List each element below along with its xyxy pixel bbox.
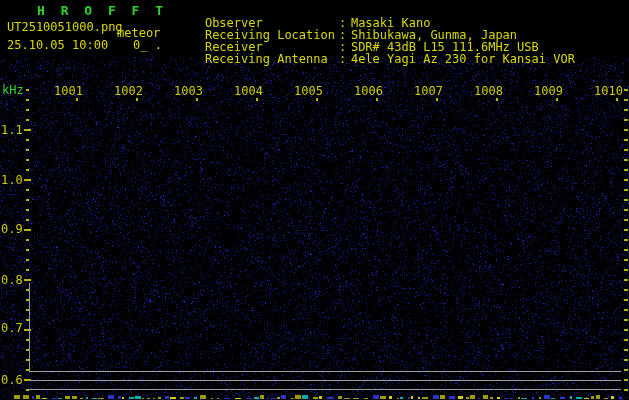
y-axis-tick-right bbox=[624, 259, 628, 261]
y-axis-tick-right bbox=[624, 339, 628, 341]
y-axis-tick-left bbox=[24, 229, 31, 231]
y-axis-tick-right bbox=[624, 299, 628, 301]
y-axis-tick-left bbox=[26, 139, 29, 141]
counter-label: 0_ . bbox=[133, 39, 162, 52]
y-axis-tick-right bbox=[624, 169, 628, 171]
y-axis-tick-left bbox=[26, 109, 29, 111]
datetime-label: 25.10.05 10:00 bbox=[7, 39, 108, 52]
y-axis-tick-right bbox=[624, 209, 628, 211]
y-axis-tick-right bbox=[624, 139, 628, 141]
y-axis-tick-right bbox=[624, 369, 628, 371]
x-axis-label: 1003 bbox=[174, 84, 203, 98]
x-axis-tick bbox=[496, 98, 498, 101]
y-axis-tick-right bbox=[624, 159, 628, 161]
app-title: H R O F F T bbox=[37, 3, 167, 18]
y-axis-tick-right bbox=[624, 379, 628, 381]
y-axis-label: 0.7 bbox=[1, 321, 23, 335]
y-axis-tick-right bbox=[624, 99, 628, 101]
signal-graph-baseline bbox=[29, 380, 621, 381]
y-axis-tick-right bbox=[624, 149, 628, 151]
y-axis-tick-left bbox=[26, 189, 29, 191]
y-axis-tick-left bbox=[26, 99, 29, 101]
x-axis-tick bbox=[196, 98, 198, 101]
signal-graph-top-line bbox=[29, 371, 621, 372]
y-axis-tick-right bbox=[624, 129, 628, 131]
info-label: Receiving Antenna bbox=[205, 53, 339, 66]
y-axis-label: 1.0 bbox=[1, 173, 23, 187]
y-axis-tick-right bbox=[624, 219, 628, 221]
y-axis-label: 0.6 bbox=[1, 373, 23, 387]
y-axis-tick-right bbox=[624, 359, 628, 361]
x-axis-label: 1007 bbox=[414, 84, 443, 98]
y-axis-tick-left bbox=[24, 179, 31, 181]
y-axis-label: 1.1 bbox=[1, 123, 23, 137]
x-axis-tick bbox=[136, 98, 138, 101]
x-axis-tick bbox=[376, 98, 378, 101]
y-axis-tick-left bbox=[24, 129, 31, 131]
y-axis-tick-right bbox=[624, 179, 628, 181]
info-colon: : bbox=[339, 53, 351, 66]
y-axis-tick-left bbox=[26, 219, 29, 221]
y-axis-tick-right bbox=[624, 89, 628, 91]
y-axis-tick-left bbox=[26, 209, 29, 211]
x-axis-tick bbox=[436, 98, 438, 101]
x-axis-label: 1009 bbox=[534, 84, 563, 98]
y-axis-tick-right bbox=[624, 349, 628, 351]
y-axis-tick-right bbox=[624, 239, 628, 241]
x-axis-label: 1004 bbox=[234, 84, 263, 98]
y-axis-tick-right bbox=[624, 309, 628, 311]
x-axis-label: 1010 bbox=[594, 84, 623, 98]
info-value: 4ele Yagi Az 230 for Kansai VOR bbox=[351, 53, 575, 66]
y-axis-tick-right bbox=[624, 319, 628, 321]
y-axis-tick-left bbox=[26, 149, 29, 151]
y-axis-label: 0.8 bbox=[1, 273, 23, 287]
y-axis-tick-right bbox=[624, 279, 628, 281]
y-axis-tick-right bbox=[624, 199, 628, 201]
y-axis-label: 0.9 bbox=[1, 222, 23, 236]
y-axis-tick-right bbox=[624, 329, 628, 331]
y-axis-tick-left bbox=[26, 269, 29, 271]
y-axis-tick-left bbox=[26, 249, 29, 251]
plot-left-border bbox=[29, 283, 30, 372]
y-axis-tick-right bbox=[624, 189, 628, 191]
x-axis-label: 1001 bbox=[54, 84, 83, 98]
hrofft-screen: H R O F F T UT2510051000.png meteor 25.1… bbox=[0, 0, 629, 400]
y-axis-tick-left bbox=[26, 159, 29, 161]
x-axis-tick bbox=[76, 98, 78, 101]
y-axis-unit: kHz bbox=[2, 83, 24, 97]
y-axis-tick-right bbox=[624, 249, 628, 251]
y-axis-tick-left bbox=[26, 169, 29, 171]
signal-graph-bottom-line bbox=[29, 389, 621, 390]
y-axis-tick-right bbox=[624, 289, 628, 291]
filename-label: UT2510051000.png bbox=[7, 21, 123, 34]
y-axis-tick-right bbox=[624, 109, 628, 111]
y-axis-tick-right bbox=[624, 269, 628, 271]
y-axis-tick-right bbox=[624, 229, 628, 231]
x-axis-label: 1006 bbox=[354, 84, 383, 98]
y-axis-tick-left bbox=[26, 119, 29, 121]
x-axis-tick bbox=[616, 98, 618, 101]
y-axis-tick-right bbox=[624, 119, 628, 121]
y-axis-tick-left bbox=[24, 279, 31, 281]
x-axis-tick bbox=[256, 98, 258, 101]
y-axis-tick-right bbox=[624, 389, 628, 391]
y-axis-tick-left bbox=[26, 239, 29, 241]
info-row-antenna: Receiving Antenna:4ele Yagi Az 230 for K… bbox=[176, 40, 575, 53]
y-axis-tick-left bbox=[26, 259, 29, 261]
x-axis-label: 1005 bbox=[294, 84, 323, 98]
x-axis-tick bbox=[556, 98, 558, 101]
x-axis-tick bbox=[316, 98, 318, 101]
y-axis-tick-left bbox=[26, 89, 29, 91]
x-axis-label: 1008 bbox=[474, 84, 503, 98]
y-axis-tick-left bbox=[26, 199, 29, 201]
x-axis-label: 1002 bbox=[114, 84, 143, 98]
